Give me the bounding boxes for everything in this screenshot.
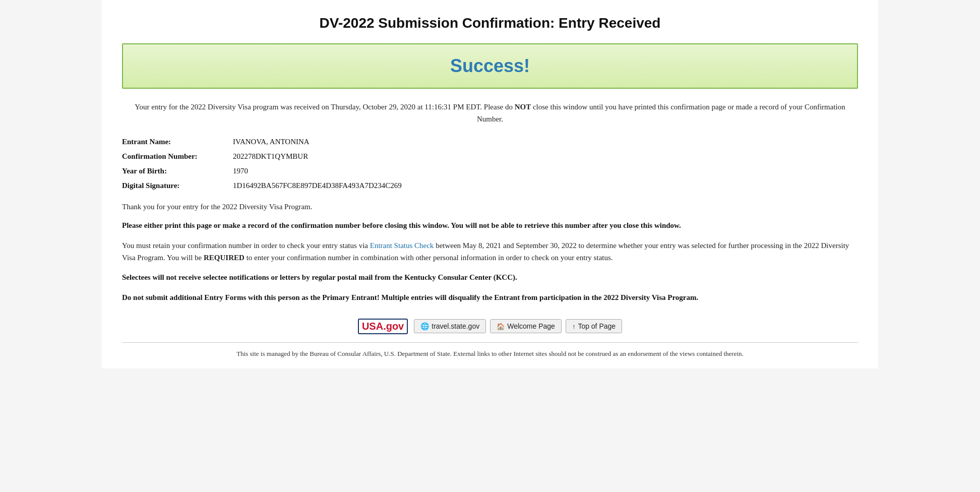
warning-text: Please either print this page or make a … xyxy=(122,219,858,231)
confirmation-number-label: Confirmation Number: xyxy=(122,150,233,163)
usa-gov-logo: USA.gov xyxy=(358,319,408,334)
intro-not: NOT xyxy=(515,103,531,111)
entry-details: Entrant Name: IVANOVA, ANTONINA Confirma… xyxy=(122,135,858,193)
entrant-status-check-link[interactable]: Entrant Status Check xyxy=(370,241,434,250)
kcc-notice: Selectees will not receive selectee noti… xyxy=(122,272,858,283)
thank-you-text: Thank you for your entry for the 2022 Di… xyxy=(122,203,858,211)
entrant-name-value: IVANOVA, ANTONINA xyxy=(233,135,310,149)
retain-text-1: You must retain your confirmation number… xyxy=(122,241,370,250)
digital-signature-row: Digital Signature: 1D16492BA567FC8E897DE… xyxy=(122,179,858,193)
home-icon: 🏠 xyxy=(497,323,505,330)
disqualify-notice: Do not submit additional Entry Forms wit… xyxy=(122,291,858,303)
intro-paragraph: Your entry for the 2022 Diversity Visa p… xyxy=(122,101,858,125)
page-title: DV-2022 Submission Confirmation: Entry R… xyxy=(122,15,858,31)
welcome-page-label: Welcome Page xyxy=(507,322,555,330)
digital-signature-value: 1D16492BA567FC8E897DE4D38FA493A7D234C269 xyxy=(233,179,402,193)
top-of-page-label: Top of Page xyxy=(578,322,616,330)
digital-signature-label: Digital Signature: xyxy=(122,179,233,193)
globe-icon: 🌐 xyxy=(420,322,429,330)
entrant-name-label: Entrant Name: xyxy=(122,135,233,149)
footer-disclaimer: This site is managed by the Bureau of Co… xyxy=(122,342,858,359)
intro-text-after-not: close this window until you have printed… xyxy=(477,103,845,123)
retain-required: REQUIRED xyxy=(204,254,244,262)
retain-text-3: to enter your confirmation number in com… xyxy=(244,254,613,262)
welcome-page-button[interactable]: 🏠 Welcome Page xyxy=(490,319,562,333)
arrow-up-icon: ↑ xyxy=(572,323,576,330)
confirmation-number-row: Confirmation Number: 202278DKT1QYMBUR xyxy=(122,150,858,163)
success-text: Success! xyxy=(450,55,530,76)
retain-paragraph: You must retain your confirmation number… xyxy=(122,239,858,264)
travel-state-gov-label: travel.state.gov xyxy=(432,322,479,330)
intro-text-before-not: Your entry for the 2022 Diversity Visa p… xyxy=(135,103,514,111)
usa-gov-logo-text: USA.gov xyxy=(358,319,408,334)
top-of-page-button[interactable]: ↑ Top of Page xyxy=(566,319,622,333)
year-of-birth-label: Year of Birth: xyxy=(122,164,233,178)
footer-buttons: USA.gov 🌐 travel.state.gov 🏠 Welcome Pag… xyxy=(122,319,858,334)
year-of-birth-row: Year of Birth: 1970 xyxy=(122,164,858,178)
year-of-birth-value: 1970 xyxy=(233,164,248,178)
success-banner: Success! xyxy=(122,43,858,89)
travel-state-gov-button[interactable]: 🌐 travel.state.gov xyxy=(414,319,486,333)
confirmation-number-value: 202278DKT1QYMBUR xyxy=(233,150,308,163)
entrant-name-row: Entrant Name: IVANOVA, ANTONINA xyxy=(122,135,858,149)
